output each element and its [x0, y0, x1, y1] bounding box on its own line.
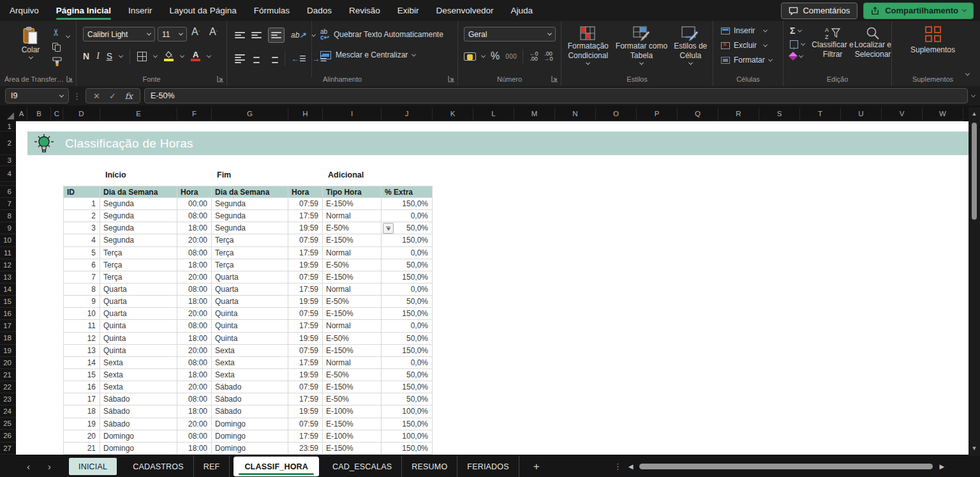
table-cell-r10c6[interactable]: 150,0%	[382, 234, 433, 246]
align-center-button[interactable]	[251, 54, 262, 63]
table-cell-r12c5[interactable]: E-50%	[323, 259, 382, 271]
fill-color-button[interactable]	[164, 51, 174, 61]
insert-function-icon[interactable]: fx	[125, 91, 133, 101]
table-cell-r15c3[interactable]: Quarta	[212, 296, 288, 308]
row-header-19[interactable]: 19	[0, 345, 16, 357]
comma-style-button[interactable]: 000	[505, 53, 517, 60]
table-cell-r27c1[interactable]: Domingo	[100, 443, 177, 455]
table-cell-r19c3[interactable]: Sexta	[212, 345, 288, 357]
column-header-r[interactable]: R	[718, 107, 759, 121]
cut-icon[interactable]: ✂	[50, 28, 62, 36]
sheet-tab-ref[interactable]: REF	[194, 456, 230, 477]
table-cell-r7c2[interactable]: 00:00	[177, 198, 212, 210]
table-cell-r19c0[interactable]: 13	[63, 345, 100, 357]
table-cell-r9c2[interactable]: 18:00	[177, 222, 212, 234]
cancel-icon[interactable]: ✕	[93, 91, 100, 101]
table-cell-r19c1[interactable]: Quinta	[100, 345, 177, 357]
table-cell-r11c3[interactable]: Terça	[212, 247, 288, 259]
table-cell-r25c3[interactable]: Domingo	[212, 418, 288, 430]
row-header-27[interactable]: 27	[0, 443, 16, 455]
italic-button[interactable]: I	[96, 51, 100, 61]
table-cell-r24c2[interactable]: 18:00	[177, 405, 212, 418]
table-cell-r21c2[interactable]: 18:00	[177, 369, 212, 381]
row-header-26[interactable]: 26	[0, 430, 16, 442]
table-cell-r26c5[interactable]: E-100%	[323, 430, 382, 443]
table-cell-r22c3[interactable]: Sábado	[212, 381, 288, 393]
table-cell-r22c6[interactable]: 150,0%	[382, 381, 433, 393]
table-cell-r26c4[interactable]: 17:59	[288, 430, 323, 443]
table-cell-r17c4[interactable]: 17:59	[288, 320, 323, 332]
select-all-corner[interactable]	[0, 107, 16, 121]
table-cell-r20c5[interactable]: Normal	[323, 357, 382, 369]
table-cell-r24c5[interactable]: E-100%	[323, 405, 382, 418]
table-cell-r15c6[interactable]: 50,0%	[382, 296, 433, 308]
table-header-dia-da-semana-3[interactable]: Dia da Semana	[212, 186, 288, 198]
paste-button[interactable]: Colar	[14, 26, 47, 59]
sheet-tab-cad-escalas[interactable]: CAD_ESCALAS	[323, 456, 402, 477]
table-cell-r9c4[interactable]: 19:59	[288, 222, 323, 234]
align-right-button[interactable]	[268, 54, 278, 63]
table-cell-r25c0[interactable]: 19	[63, 418, 100, 430]
row-header-18[interactable]: 18	[0, 332, 16, 344]
menu-item-layout-da-pagina[interactable]: Layout da Página	[170, 0, 237, 21]
table-cell-r11c5[interactable]: Normal	[323, 247, 382, 259]
format-painter-icon[interactable]	[52, 57, 63, 66]
table-cell-r25c1[interactable]: Sábado	[100, 418, 177, 430]
percent-style-button[interactable]: %	[491, 50, 500, 62]
column-header-m[interactable]: M	[514, 107, 555, 121]
menu-item-inserir[interactable]: Inserir	[128, 0, 152, 21]
table-cell-r14c6[interactable]: 0,0%	[382, 284, 433, 296]
sheet-tab-inicial[interactable]: INICIAL	[69, 458, 117, 475]
column-header-v[interactable]: V	[882, 107, 923, 121]
row-header-6[interactable]: 6	[0, 186, 16, 198]
column-header-j[interactable]: J	[382, 107, 433, 121]
sheet-tab-classif-hora[interactable]: CLASSIF_HORA	[234, 457, 319, 476]
table-cell-r11c2[interactable]: 08:00	[177, 247, 212, 259]
table-cell-r17c0[interactable]: 11	[63, 320, 100, 332]
table-cell-r24c3[interactable]: Sábado	[212, 405, 288, 418]
table-header-extra-6[interactable]: % Extra	[382, 186, 433, 198]
table-cell-r24c0[interactable]: 18	[63, 405, 100, 418]
row-header-13[interactable]: 13	[0, 271, 16, 284]
underline-chevron-icon[interactable]	[119, 53, 123, 57]
align-middle-button[interactable]	[251, 29, 262, 41]
table-cell-r13c0[interactable]: 7	[63, 271, 100, 284]
merge-center-button[interactable]: Mesclar e Centralizar	[320, 50, 415, 59]
fill-color-chevron-icon[interactable]	[180, 53, 184, 57]
borders-button[interactable]	[137, 52, 147, 61]
autosum-button[interactable]: Σ	[790, 26, 805, 36]
table-cell-r21c4[interactable]: 19:59	[288, 369, 323, 381]
vertical-scroll-thumb[interactable]	[972, 123, 977, 220]
find-select-button[interactable]: Localizar e Selecionar	[854, 26, 892, 59]
table-cell-r22c2[interactable]: 20:00	[177, 381, 212, 393]
column-header-b[interactable]: B	[27, 107, 51, 121]
table-cell-r20c1[interactable]: Sexta	[100, 357, 177, 369]
font-dialog-launcher-icon[interactable]	[217, 75, 224, 82]
table-cell-r21c1[interactable]: Sexta	[100, 369, 177, 381]
table-cell-r26c3[interactable]: Domingo	[212, 430, 288, 443]
menu-item-dados[interactable]: Dados	[307, 0, 332, 21]
column-header-s[interactable]: S	[759, 107, 800, 121]
table-cell-r8c5[interactable]: Normal	[323, 210, 382, 222]
table-cell-r23c5[interactable]: E-50%	[323, 393, 382, 405]
row-header-23[interactable]: 23	[0, 393, 16, 405]
table-cell-r12c2[interactable]: 18:00	[177, 259, 212, 271]
menu-item-pagina-inicial[interactable]: Página Inicial	[56, 0, 111, 21]
menu-item-exibir[interactable]: Exibir	[397, 0, 419, 21]
table-cell-r18c0[interactable]: 12	[63, 333, 100, 345]
orientation-button[interactable]: ab↗	[291, 31, 306, 40]
table-cell-r14c4[interactable]: 17:59	[288, 284, 323, 296]
row-header-4[interactable]: 4	[0, 166, 16, 182]
menu-item-ajuda[interactable]: Ajuda	[511, 0, 533, 21]
table-cell-r8c2[interactable]: 08:00	[177, 210, 212, 222]
table-cell-r18c5[interactable]: E-50%	[323, 333, 382, 345]
table-cell-r9c3[interactable]: Segunda	[212, 222, 288, 234]
table-cell-r15c2[interactable]: 18:00	[177, 296, 212, 308]
format-cells-button[interactable]: Formatar	[721, 56, 772, 64]
name-box[interactable]: I9	[5, 88, 69, 103]
addins-button[interactable]: Suplementos	[907, 26, 958, 54]
sheet-tab-cadastros[interactable]: CADASTROS	[123, 456, 194, 477]
table-cell-r18c2[interactable]: 18:00	[177, 333, 212, 345]
table-cell-r7c4[interactable]: 07:59	[288, 198, 323, 210]
font-color-chevron-icon[interactable]	[207, 53, 211, 57]
